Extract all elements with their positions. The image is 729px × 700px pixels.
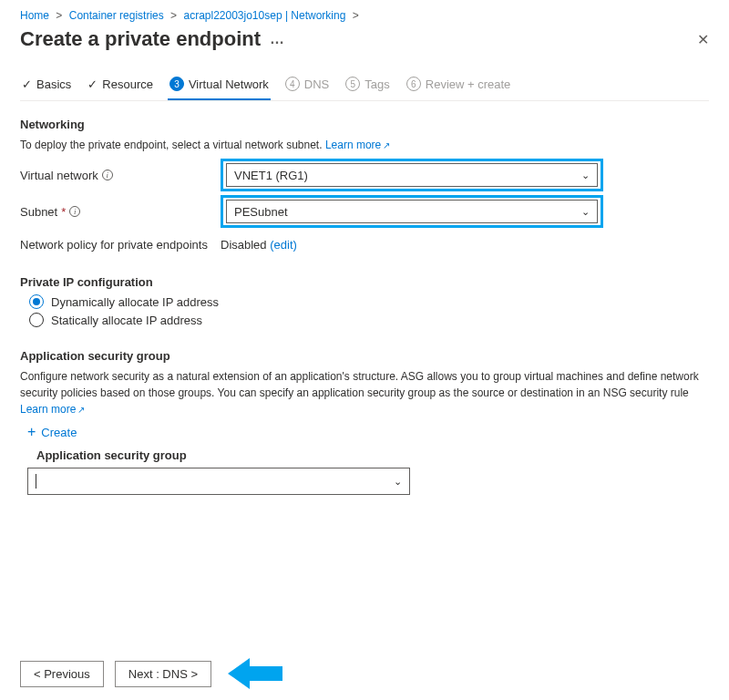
arrow-annotation-icon — [228, 660, 282, 687]
chevron-down-icon: ⌄ — [394, 476, 402, 488]
breadcrumb-resource[interactable]: acrapl22003jo10sep | Networking — [183, 9, 345, 22]
asg-list-label: Application security group — [36, 448, 709, 462]
step-number-icon: 4 — [285, 77, 300, 91]
breadcrumb-registries[interactable]: Container registries — [69, 9, 164, 22]
step-number-icon: 5 — [345, 77, 360, 91]
breadcrumb-sep: > — [52, 9, 66, 22]
info-icon[interactable]: i — [102, 170, 113, 180]
radio-label: Statically allocate IP address — [51, 314, 202, 327]
asg-desc-text: Configure network security as a natural … — [20, 370, 699, 399]
radio-static-ip[interactable]: Statically allocate IP address — [29, 313, 709, 327]
network-policy-label: Network policy for private endpoints — [20, 238, 221, 252]
virtual-network-dropdown[interactable]: VNET1 (RG1) ⌄ — [226, 163, 598, 187]
page-title: Create a private endpoint … — [20, 27, 285, 51]
tab-tags[interactable]: 5 Tags — [344, 71, 391, 100]
section-asg-title: Application security group — [20, 349, 709, 363]
external-link-icon: ↗ — [383, 140, 390, 150]
external-link-icon: ↗ — [77, 405, 85, 415]
tab-label: Resource — [102, 77, 153, 91]
networking-learn-more-link[interactable]: Learn more↗ — [325, 139, 390, 151]
dropdown-value: VNET1 (RG1) — [234, 169, 308, 182]
tab-resource[interactable]: ✓ Resource — [86, 72, 155, 100]
section-networking-title: Networking — [20, 118, 709, 131]
tab-label: Virtual Network — [189, 77, 269, 91]
highlight-annotation: PESubnet ⌄ — [221, 195, 603, 228]
asg-select-input[interactable]: ⌄ — [27, 468, 410, 495]
subnet-label: Subnet* i — [20, 205, 221, 219]
next-button[interactable]: Next : DNS > — [115, 661, 211, 687]
tab-label: Tags — [364, 77, 389, 91]
tab-review-create[interactable]: 6 Review + create — [405, 71, 513, 100]
virtual-network-label: Virtual network i — [20, 169, 221, 182]
step-number-icon: 6 — [406, 77, 421, 91]
learn-more-text: Learn more — [20, 403, 76, 416]
highlight-annotation: VNET1 (RG1) ⌄ — [221, 159, 603, 191]
tab-virtual-network[interactable]: 3 Virtual Network — [168, 71, 271, 100]
tab-label: Review + create — [426, 77, 511, 91]
breadcrumb-home[interactable]: Home — [20, 9, 49, 22]
radio-label: Dynamically allocate IP address — [51, 295, 219, 309]
info-icon[interactable]: i — [69, 206, 80, 217]
create-label: Create — [41, 426, 77, 439]
radio-dynamic-ip[interactable]: Dynamically allocate IP address — [29, 294, 709, 309]
networking-description: To deploy the private endpoint, select a… — [20, 137, 709, 153]
tab-dns[interactable]: 4 DNS — [283, 71, 331, 100]
more-actions-icon[interactable]: … — [270, 32, 285, 46]
check-icon: ✓ — [22, 77, 32, 91]
radio-icon — [29, 294, 44, 309]
asg-create-button[interactable]: + Create — [27, 425, 709, 439]
check-icon: ✓ — [87, 77, 98, 91]
page-title-text: Create a private endpoint — [20, 27, 261, 51]
breadcrumb: Home > Container registries > acrapl2200… — [20, 9, 709, 22]
breadcrumb-sep: > — [349, 9, 363, 22]
radio-icon — [29, 313, 44, 327]
close-icon[interactable]: ✕ — [697, 31, 709, 48]
networking-desc-text: To deploy the private endpoint, select a… — [20, 139, 323, 151]
network-policy-edit-link[interactable]: (edit) — [270, 238, 297, 252]
tab-label: DNS — [304, 77, 329, 91]
text-cursor — [36, 474, 36, 489]
asg-description: Configure network security as a natural … — [20, 368, 709, 417]
step-number-icon: 3 — [169, 77, 184, 91]
tab-bar: ✓ Basics ✓ Resource 3 Virtual Network 4 … — [20, 71, 709, 101]
plus-icon: + — [27, 425, 36, 439]
chevron-down-icon: ⌄ — [581, 206, 590, 218]
chevron-down-icon: ⌄ — [581, 170, 590, 181]
tab-basics[interactable]: ✓ Basics — [20, 72, 73, 100]
footer: < Previous Next : DNS > — [20, 660, 709, 687]
subnet-dropdown[interactable]: PESubnet ⌄ — [226, 200, 598, 223]
previous-button[interactable]: < Previous — [20, 661, 104, 687]
network-policy-value: Disabled — [221, 238, 267, 252]
tab-label: Basics — [36, 77, 71, 91]
section-ipconfig-title: Private IP configuration — [20, 275, 709, 289]
breadcrumb-sep: > — [167, 9, 180, 22]
learn-more-text: Learn more — [325, 139, 381, 151]
dropdown-value: PESubnet — [234, 205, 288, 219]
asg-learn-more-link[interactable]: Learn more↗ — [20, 403, 85, 416]
